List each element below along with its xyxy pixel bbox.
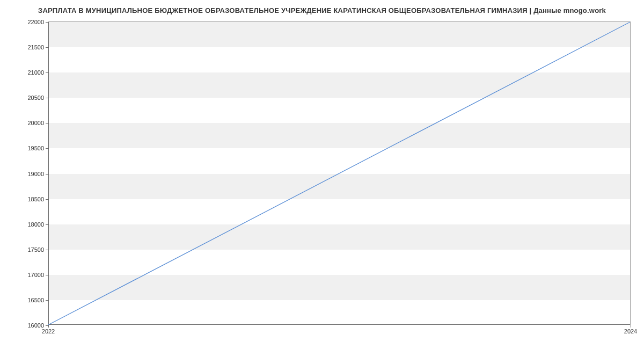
y-tick-label: 22000 bbox=[27, 19, 44, 25]
y-tick-label: 19500 bbox=[27, 145, 44, 151]
x-tick-mark bbox=[48, 325, 49, 328]
y-tick-mark bbox=[46, 300, 48, 301]
y-tick-mark bbox=[46, 22, 48, 23]
y-tick-mark bbox=[46, 275, 48, 275]
x-tick-label: 2024 bbox=[624, 328, 637, 335]
y-tick-mark bbox=[46, 98, 48, 98]
y-tick-label: 18000 bbox=[27, 221, 44, 228]
y-tick-mark bbox=[46, 148, 48, 149]
y-tick-label: 17000 bbox=[27, 272, 44, 278]
x-tick-label: 2022 bbox=[42, 328, 55, 335]
y-tick-mark bbox=[46, 72, 48, 73]
y-tick-label: 21000 bbox=[27, 69, 44, 76]
y-tick-mark bbox=[46, 123, 48, 123]
y-tick-label: 20500 bbox=[27, 94, 44, 101]
y-tick-mark bbox=[46, 224, 48, 225]
chart-plot: 1600016500170001750018000185001900019500… bbox=[48, 21, 631, 325]
y-tick-mark bbox=[46, 47, 48, 48]
y-tick-label: 16500 bbox=[27, 297, 44, 303]
chart-title: ЗАРПЛАТА В МУНИЦИПАЛЬНОЕ БЮДЖЕТНОЕ ОБРАЗ… bbox=[0, 0, 644, 14]
y-tick-label: 19000 bbox=[27, 171, 44, 177]
y-tick-label: 21500 bbox=[27, 44, 44, 50]
y-tick-mark bbox=[46, 250, 48, 250]
x-tick-mark bbox=[631, 325, 631, 328]
y-tick-mark bbox=[46, 199, 48, 200]
y-tick-label: 18500 bbox=[27, 196, 44, 202]
y-tick-mark bbox=[46, 174, 48, 174]
y-tick-label: 20000 bbox=[27, 120, 44, 126]
line-series bbox=[48, 22, 630, 325]
y-tick-label: 17500 bbox=[27, 246, 44, 253]
